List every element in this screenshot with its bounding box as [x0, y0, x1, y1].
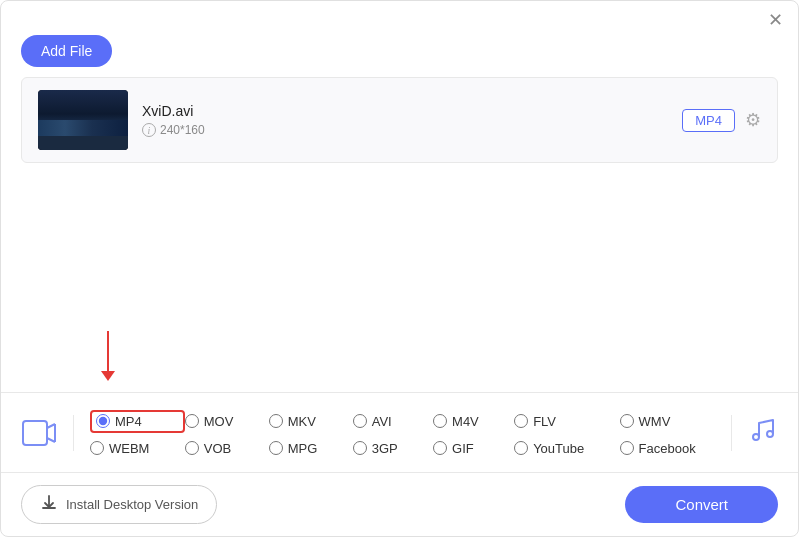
thumbnail-image: [38, 90, 128, 150]
install-button[interactable]: Install Desktop Version: [21, 485, 217, 524]
music-icon: [748, 415, 778, 451]
format-label-webm: WEBM: [109, 441, 149, 456]
format-option-webm[interactable]: WEBM: [90, 441, 185, 456]
format-icon-area: [21, 415, 74, 451]
format-option-mp4[interactable]: MP4: [90, 410, 185, 433]
bottom-bar: Install Desktop Version Convert: [1, 472, 798, 536]
svg-line-2: [47, 438, 55, 442]
music-icon-area: [731, 415, 778, 451]
info-icon: i: [142, 123, 156, 137]
format-option-facebook[interactable]: Facebook: [620, 441, 731, 456]
file-actions: MP4 ⚙: [682, 109, 761, 132]
add-file-button[interactable]: Add File: [21, 35, 112, 67]
download-icon: [40, 494, 58, 515]
file-thumbnail: [38, 90, 128, 150]
title-bar: ✕: [1, 1, 798, 29]
format-option-gif[interactable]: GIF: [433, 441, 514, 456]
arrow-annotation: [101, 331, 115, 381]
format-label-flv: FLV: [533, 414, 556, 429]
format-label-m4v: M4V: [452, 414, 479, 429]
format-option-mkv[interactable]: MKV: [269, 414, 353, 429]
format-option-youtube[interactable]: YouTube: [514, 441, 619, 456]
format-label-mkv: MKV: [288, 414, 316, 429]
red-arrow: [101, 331, 115, 381]
arrow-head: [101, 371, 115, 381]
format-option-avi[interactable]: AVI: [353, 414, 433, 429]
file-dimensions: 240*160: [160, 123, 205, 137]
format-label-mp4: MP4: [115, 414, 142, 429]
format-label-mov: MOV: [204, 414, 234, 429]
format-label-avi: AVI: [372, 414, 392, 429]
format-option-3gp[interactable]: 3GP: [353, 441, 433, 456]
format-option-wmv[interactable]: WMV: [620, 414, 731, 429]
convert-button[interactable]: Convert: [625, 486, 778, 523]
svg-rect-0: [23, 421, 47, 445]
svg-point-6: [767, 431, 773, 437]
file-list: XviD.avi i 240*160 MP4 ⚙: [21, 77, 778, 163]
format-label-3gp: 3GP: [372, 441, 398, 456]
format-option-m4v[interactable]: M4V: [433, 414, 514, 429]
format-label-gif: GIF: [452, 441, 474, 456]
format-label-mpg: MPG: [288, 441, 318, 456]
format-badge[interactable]: MP4: [682, 109, 735, 132]
svg-point-5: [753, 434, 759, 440]
format-label-wmv: WMV: [639, 414, 671, 429]
format-option-mpg[interactable]: MPG: [269, 441, 353, 456]
file-name: XviD.avi: [142, 103, 668, 119]
settings-icon[interactable]: ⚙: [745, 109, 761, 131]
content-area: [1, 163, 798, 392]
format-option-flv[interactable]: FLV: [514, 414, 619, 429]
install-label: Install Desktop Version: [66, 497, 198, 512]
arrow-line: [107, 331, 109, 371]
video-icon: [21, 415, 57, 451]
format-option-mov[interactable]: MOV: [185, 414, 269, 429]
app-window: ✕ Add File XviD.avi i 240*160 MP4 ⚙: [0, 0, 799, 537]
format-label-facebook: Facebook: [639, 441, 696, 456]
file-info: XviD.avi i 240*160: [142, 103, 668, 137]
format-option-vob[interactable]: VOB: [185, 441, 269, 456]
format-label-youtube: YouTube: [533, 441, 584, 456]
format-bar: MP4 MOV MKV AVI M4V FLV: [1, 392, 798, 472]
svg-line-1: [47, 424, 55, 428]
format-label-vob: VOB: [204, 441, 231, 456]
format-options: MP4 MOV MKV AVI M4V FLV: [90, 410, 731, 456]
file-meta: i 240*160: [142, 123, 668, 137]
close-button[interactable]: ✕: [766, 11, 784, 29]
toolbar: Add File: [1, 29, 798, 77]
